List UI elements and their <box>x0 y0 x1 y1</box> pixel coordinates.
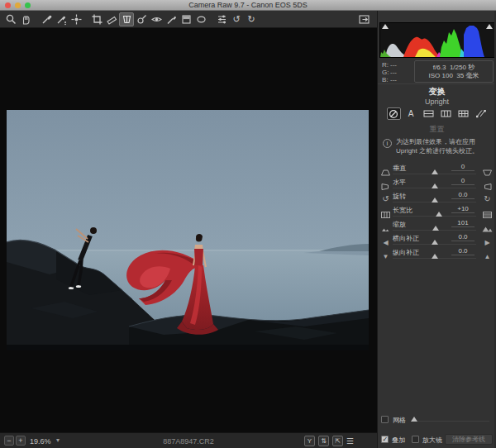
slider-thumb[interactable] <box>432 254 438 259</box>
aspect-wide-icon <box>482 211 493 219</box>
slider-thumb[interactable] <box>432 226 439 231</box>
zoom-tool-icon[interactable] <box>3 12 18 26</box>
preview-menu-icon[interactable]: ☰ <box>346 436 354 446</box>
slider-x-offset: ◀ 横向补正 0.0 ▶ <box>381 234 493 248</box>
cycle-preview-button[interactable]: Y <box>304 436 315 446</box>
arrow-up-icon: ▲ <box>482 253 493 261</box>
slider-thumb[interactable] <box>432 240 438 245</box>
upright-vertical-button[interactable] <box>439 107 453 120</box>
slider-track[interactable] <box>393 230 476 231</box>
info-icon: i <box>383 139 392 148</box>
upright-info: i 为达到最佳效果，请在应用 Upright 之前进行镜头校正。 <box>383 137 492 155</box>
grid-size-slider[interactable] <box>411 421 489 422</box>
radial-filter-tool-icon[interactable] <box>193 12 208 26</box>
preview-controls: Y ⇅ ⇱ ☰ <box>304 436 354 446</box>
exif-info: f/6.3 1/250 秒 ISO 100 35 毫米 <box>414 60 494 83</box>
grid-slider-thumb[interactable] <box>411 417 417 422</box>
graduated-filter-tool-icon[interactable] <box>179 12 193 26</box>
upright-auto-button[interactable]: A <box>404 107 418 120</box>
grid-label: 网格 <box>393 416 406 425</box>
slider-scale: 缩放 101 <box>381 220 493 234</box>
white-balance-tool-icon[interactable] <box>39 12 54 26</box>
grid-checkbox[interactable] <box>381 416 389 423</box>
transform-panel-title: 变换 <box>378 86 496 98</box>
slider-track[interactable] <box>393 174 476 174</box>
clear-guides-button[interactable]: 清除参考线 <box>445 434 493 445</box>
upright-guided-button[interactable] <box>474 107 488 120</box>
slider-track[interactable] <box>393 244 476 245</box>
upright-full-button[interactable] <box>456 107 470 120</box>
upright-mode-buttons: A <box>378 107 496 120</box>
bottom-bar: − + 19.6% ▾ 887A8947.CR2 Y ⇅ ⇱ ☰ <box>0 432 377 448</box>
adjustment-brush-tool-icon[interactable] <box>164 12 179 26</box>
upright-reset-label: 重置 <box>378 124 496 135</box>
photo-preview[interactable] <box>7 110 369 350</box>
titlebar: Camera Raw 9.7 - Canon EOS 5DS <box>0 0 496 11</box>
histogram-plot <box>380 23 494 57</box>
swap-before-after-button[interactable]: ⇅ <box>318 436 329 446</box>
scale-down-icon <box>380 225 391 233</box>
targeted-adjustment-tool-icon[interactable] <box>69 12 83 26</box>
slider-y-offset: ▼ 纵向补正 0.0 ▲ <box>381 248 493 262</box>
slider-vertical: 垂直 0 <box>381 164 493 178</box>
slider-rotate: ↺ 旋转 0.0 ↻ <box>381 192 493 206</box>
perspective-horizontal-minus-icon <box>380 183 391 191</box>
upright-label: Upright <box>378 98 496 106</box>
straighten-tool-icon[interactable] <box>104 12 119 26</box>
panel-footer: 叠加 放大镜 清除参考线 <box>381 435 493 448</box>
image-canvas[interactable] <box>0 28 377 432</box>
perspective-vertical-plus-icon <box>482 169 493 177</box>
rotate-ccw-icon: ↺ <box>380 195 391 203</box>
upright-off-button[interactable] <box>387 107 401 120</box>
camera-raw-window: Camera Raw 9.7 - Canon EOS 5DS <box>0 0 496 448</box>
slider-value[interactable]: 0.0 <box>451 191 475 199</box>
color-sampler-tool-icon[interactable] <box>54 12 69 26</box>
perspective-horizontal-plus-icon <box>482 183 493 191</box>
slider-value[interactable]: +10 <box>451 205 475 213</box>
shadow-clipping-indicator[interactable] <box>382 24 389 29</box>
histogram[interactable] <box>379 22 495 58</box>
slider-aspect: 长宽比 +10 <box>381 206 493 220</box>
rotate-cw-icon: ↻ <box>482 195 493 203</box>
preferences-icon[interactable] <box>214 12 229 26</box>
arrow-left-icon: ◀ <box>380 239 391 247</box>
toolbar: ↺ ↻ <box>0 11 377 28</box>
overlay-checkbox[interactable] <box>381 436 389 443</box>
overlay-label: 叠加 <box>392 436 405 445</box>
crop-tool-icon[interactable] <box>89 12 104 26</box>
rgb-readout: R:--- G:--- B:--- <box>382 61 397 83</box>
slider-thumb[interactable] <box>432 169 438 174</box>
loupe-checkbox[interactable] <box>412 436 419 443</box>
perspective-vertical-minus-icon <box>380 169 391 177</box>
slider-track[interactable] <box>393 258 476 259</box>
grid-row: 网格 <box>381 415 491 427</box>
slider-value[interactable]: 0.0 <box>451 247 475 255</box>
window-title: Camera Raw 9.7 - Canon EOS 5DS <box>0 1 496 9</box>
right-panel: R:--- G:--- B:--- f/6.3 1/250 秒 ISO 100 … <box>377 11 496 448</box>
slider-thumb[interactable] <box>432 198 438 203</box>
slider-track[interactable] <box>393 188 476 188</box>
slider-track[interactable] <box>393 216 476 217</box>
transform-tool-icon[interactable] <box>119 12 134 26</box>
red-eye-tool-icon[interactable] <box>149 12 164 26</box>
slider-value[interactable]: 0 <box>451 177 475 185</box>
slider-thumb[interactable] <box>432 183 438 188</box>
loupe-label: 放大镜 <box>422 436 442 445</box>
rotate-right-icon[interactable]: ↻ <box>244 12 259 26</box>
highlight-clipping-indicator[interactable] <box>486 24 493 29</box>
rotate-left-icon[interactable]: ↺ <box>229 12 244 26</box>
arrow-down-icon: ▼ <box>380 253 391 261</box>
slider-track[interactable] <box>393 202 476 203</box>
toggle-fullscreen-icon[interactable] <box>357 12 372 26</box>
spot-removal-tool-icon[interactable] <box>134 12 149 26</box>
arrow-right-icon: ▶ <box>482 239 493 247</box>
copy-settings-button[interactable]: ⇱ <box>332 436 343 446</box>
hand-tool-icon[interactable] <box>18 12 33 26</box>
slider-value[interactable]: 0 <box>451 163 475 171</box>
slider-thumb[interactable] <box>436 212 442 217</box>
slider-value[interactable]: 0.0 <box>451 233 475 241</box>
scale-up-icon <box>482 225 493 233</box>
upright-level-button[interactable] <box>422 107 436 120</box>
slider-value[interactable]: 101 <box>451 219 475 227</box>
aspect-narrow-icon <box>380 211 391 219</box>
